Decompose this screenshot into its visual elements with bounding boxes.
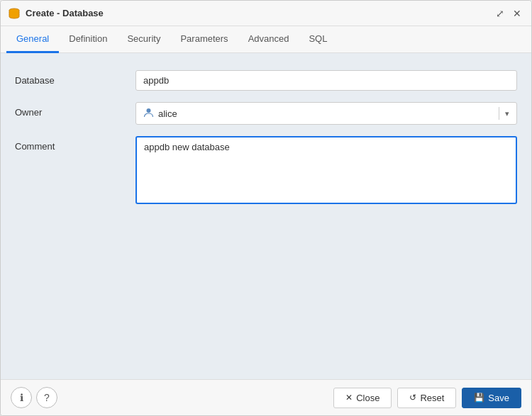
tab-security[interactable]: Security [117,26,170,53]
tab-bar: General Definition Security Parameters A… [1,26,531,53]
owner-row: Owner alice ▾ [15,102,517,125]
owner-field: alice ▾ [135,102,517,125]
question-icon: ? [44,392,50,403]
tab-sql[interactable]: SQL [299,26,337,53]
footer-right: ✕ Close ↺ Reset 💾 Save [333,388,521,408]
reset-icon: ↺ [409,393,416,403]
create-database-dialog: Create - Database ⤢ ✕ General Definition… [0,0,532,416]
expand-button[interactable]: ⤢ [493,6,507,21]
database-label: Database [15,70,135,86]
owner-select-inner: alice [143,107,177,120]
footer: ℹ ? ✕ Close ↺ Reset 💾 Save [1,379,531,415]
footer-left: ℹ ? [11,387,57,408]
save-button[interactable]: 💾 Save [462,388,521,408]
info-button[interactable]: ℹ [11,387,32,408]
close-button[interactable]: ✕ Close [333,388,392,408]
info-icon: ℹ [20,392,23,403]
comment-textarea[interactable]: appdb new database [135,136,517,204]
user-icon [143,107,154,120]
database-field [135,70,517,91]
title-bar-actions: ⤢ ✕ [493,6,524,21]
title-bar-left: Create - Database [8,7,104,20]
dialog-title: Create - Database [26,8,104,18]
tab-definition[interactable]: Definition [59,26,117,53]
close-title-button[interactable]: ✕ [510,6,524,21]
comment-field: appdb new database [135,136,517,206]
reset-label: Reset [420,393,444,403]
comment-row: Comment appdb new database [15,136,517,206]
close-label: Close [356,393,379,403]
save-label: Save [488,393,509,403]
chevron-down-icon: ▾ [505,109,509,118]
tab-general[interactable]: General [6,26,59,53]
close-icon: ✕ [345,393,353,403]
owner-divider [499,107,499,120]
tab-parameters[interactable]: Parameters [170,26,238,53]
save-icon: 💾 [474,393,484,403]
title-bar: Create - Database ⤢ ✕ [1,1,531,26]
help-button[interactable]: ? [36,387,57,408]
owner-select[interactable]: alice ▾ [135,102,517,125]
database-row: Database [15,70,517,91]
database-input[interactable] [135,70,517,91]
svg-point-1 [147,108,151,113]
database-icon [8,7,21,20]
reset-button[interactable]: ↺ Reset [397,388,456,408]
form-content: Database Owner alice [1,53,531,379]
tab-advanced[interactable]: Advanced [238,26,299,53]
owner-label: Owner [15,102,135,118]
comment-label: Comment [15,136,135,152]
owner-value: alice [158,108,177,119]
